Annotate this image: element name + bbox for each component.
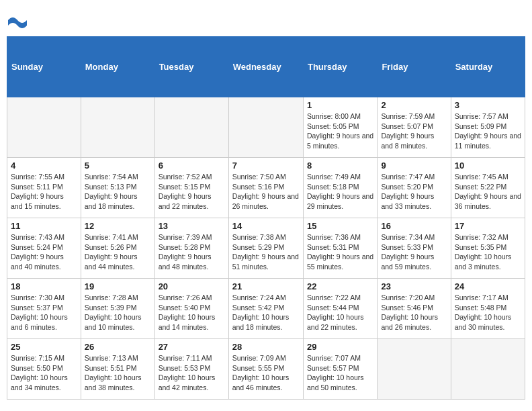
day-info: Sunrise: 7:13 AM Sunset: 5:51 PM Dayligh… [85,353,151,393]
day-info: Sunrise: 7:52 AM Sunset: 5:15 PM Dayligh… [159,172,225,212]
day-info: Sunrise: 7:17 AM Sunset: 5:48 PM Dayligh… [455,293,521,332]
day-number: 7 [232,161,300,171]
day-header-saturday: Saturday [451,37,525,97]
calendar-cell: 18Sunrise: 7:30 AM Sunset: 5:37 PM Dayli… [7,279,81,339]
day-number: 18 [11,281,77,291]
day-number: 15 [307,221,373,231]
calendar-table: SundayMondayTuesdayWednesdayThursdayFrid… [7,36,525,400]
day-info: Sunrise: 7:32 AM Sunset: 5:35 PM Dayligh… [455,232,521,272]
calendar-cell: 3Sunrise: 7:57 AM Sunset: 5:09 PM Daylig… [451,97,525,158]
calendar-cell: 16Sunrise: 7:34 AM Sunset: 5:33 PM Dayli… [378,218,451,279]
day-number: 5 [85,161,151,171]
day-info: Sunrise: 7:20 AM Sunset: 5:46 PM Dayligh… [381,293,447,332]
calendar-cell: 22Sunrise: 7:22 AM Sunset: 5:44 PM Dayli… [303,279,377,339]
calendar-cell [154,97,228,158]
calendar-cell: 20Sunrise: 7:26 AM Sunset: 5:40 PM Dayli… [154,279,228,339]
day-info: Sunrise: 7:59 AM Sunset: 5:07 PM Dayligh… [381,111,447,151]
calendar-cell: 12Sunrise: 7:41 AM Sunset: 5:26 PM Dayli… [81,218,154,279]
day-number: 11 [11,221,77,231]
day-number: 26 [85,342,151,352]
day-number: 3 [455,100,521,110]
calendar-cell: 6Sunrise: 7:52 AM Sunset: 5:15 PM Daylig… [154,158,228,218]
calendar-cell: 26Sunrise: 7:13 AM Sunset: 5:51 PM Dayli… [81,339,154,400]
day-number: 12 [85,221,151,231]
calendar-cell: 28Sunrise: 7:09 AM Sunset: 5:55 PM Dayli… [228,339,303,400]
calendar-cell: 17Sunrise: 7:32 AM Sunset: 5:35 PM Dayli… [451,218,525,279]
day-info: Sunrise: 8:00 AM Sunset: 5:05 PM Dayligh… [307,111,373,151]
day-number: 10 [455,161,521,171]
day-number: 29 [307,342,373,352]
day-number: 20 [159,281,225,291]
day-info: Sunrise: 7:30 AM Sunset: 5:37 PM Dayligh… [11,293,77,332]
day-info: Sunrise: 7:49 AM Sunset: 5:18 PM Dayligh… [307,172,373,212]
day-info: Sunrise: 7:09 AM Sunset: 5:55 PM Dayligh… [232,353,300,393]
calendar-cell [451,339,525,400]
day-number: 28 [232,342,300,352]
page-header [7,7,525,32]
logo-icon [8,11,27,30]
day-info: Sunrise: 7:11 AM Sunset: 5:53 PM Dayligh… [159,353,225,393]
calendar-cell: 25Sunrise: 7:15 AM Sunset: 5:50 PM Dayli… [7,339,81,400]
day-info: Sunrise: 7:34 AM Sunset: 5:33 PM Dayligh… [381,232,447,272]
day-number: 1 [307,100,373,110]
day-number: 2 [381,100,447,110]
calendar-cell: 11Sunrise: 7:43 AM Sunset: 5:24 PM Dayli… [7,218,81,279]
day-number: 19 [85,281,151,291]
calendar-cell: 27Sunrise: 7:11 AM Sunset: 5:53 PM Dayli… [154,339,228,400]
calendar-week-row: 18Sunrise: 7:30 AM Sunset: 5:37 PM Dayli… [7,279,525,339]
calendar-cell: 15Sunrise: 7:36 AM Sunset: 5:31 PM Dayli… [303,218,377,279]
day-info: Sunrise: 7:26 AM Sunset: 5:40 PM Dayligh… [159,293,225,332]
day-number: 14 [232,221,300,231]
calendar-cell: 9Sunrise: 7:47 AM Sunset: 5:20 PM Daylig… [378,158,451,218]
day-info: Sunrise: 7:15 AM Sunset: 5:50 PM Dayligh… [11,353,77,393]
calendar-cell: 5Sunrise: 7:54 AM Sunset: 5:13 PM Daylig… [81,158,154,218]
logo [7,11,27,32]
day-info: Sunrise: 7:38 AM Sunset: 5:29 PM Dayligh… [232,232,300,272]
day-info: Sunrise: 7:43 AM Sunset: 5:24 PM Dayligh… [11,232,77,272]
day-info: Sunrise: 7:45 AM Sunset: 5:22 PM Dayligh… [455,172,521,212]
day-info: Sunrise: 7:36 AM Sunset: 5:31 PM Dayligh… [307,232,373,272]
day-header-wednesday: Wednesday [228,37,303,97]
calendar-cell: 23Sunrise: 7:20 AM Sunset: 5:46 PM Dayli… [378,279,451,339]
calendar-cell: 2Sunrise: 7:59 AM Sunset: 5:07 PM Daylig… [378,97,451,158]
day-number: 9 [381,161,447,171]
calendar-cell: 14Sunrise: 7:38 AM Sunset: 5:29 PM Dayli… [228,218,303,279]
day-number: 24 [455,281,521,291]
calendar-cell [228,97,303,158]
day-header-thursday: Thursday [303,37,377,97]
day-number: 8 [307,161,373,171]
calendar-week-row: 25Sunrise: 7:15 AM Sunset: 5:50 PM Dayli… [7,339,525,400]
calendar-cell: 7Sunrise: 7:50 AM Sunset: 5:16 PM Daylig… [228,158,303,218]
calendar-cell: 4Sunrise: 7:55 AM Sunset: 5:11 PM Daylig… [7,158,81,218]
day-info: Sunrise: 7:24 AM Sunset: 5:42 PM Dayligh… [232,293,300,332]
calendar-week-row: 1Sunrise: 8:00 AM Sunset: 5:05 PM Daylig… [7,97,525,158]
calendar-week-row: 11Sunrise: 7:43 AM Sunset: 5:24 PM Dayli… [7,218,525,279]
day-number: 6 [159,161,225,171]
day-number: 22 [307,281,373,291]
calendar-cell [81,97,154,158]
calendar-cell: 19Sunrise: 7:28 AM Sunset: 5:39 PM Dayli… [81,279,154,339]
calendar-cell [378,339,451,400]
day-number: 17 [455,221,521,231]
day-info: Sunrise: 7:39 AM Sunset: 5:28 PM Dayligh… [159,232,225,272]
calendar-cell: 1Sunrise: 8:00 AM Sunset: 5:05 PM Daylig… [303,97,377,158]
day-info: Sunrise: 7:54 AM Sunset: 5:13 PM Dayligh… [85,172,151,212]
calendar-cell [7,97,81,158]
day-info: Sunrise: 7:57 AM Sunset: 5:09 PM Dayligh… [455,111,521,151]
day-number: 27 [159,342,225,352]
day-header-friday: Friday [378,37,451,97]
calendar-cell: 8Sunrise: 7:49 AM Sunset: 5:18 PM Daylig… [303,158,377,218]
calendar-cell: 13Sunrise: 7:39 AM Sunset: 5:28 PM Dayli… [154,218,228,279]
day-info: Sunrise: 7:55 AM Sunset: 5:11 PM Dayligh… [11,172,77,212]
day-info: Sunrise: 7:07 AM Sunset: 5:57 PM Dayligh… [307,353,373,393]
calendar-header-row: SundayMondayTuesdayWednesdayThursdayFrid… [7,37,525,97]
day-info: Sunrise: 7:28 AM Sunset: 5:39 PM Dayligh… [85,293,151,332]
day-number: 13 [159,221,225,231]
day-info: Sunrise: 7:22 AM Sunset: 5:44 PM Dayligh… [307,293,373,332]
calendar-cell: 29Sunrise: 7:07 AM Sunset: 5:57 PM Dayli… [303,339,377,400]
day-number: 16 [381,221,447,231]
day-header-monday: Monday [81,37,154,97]
calendar-cell: 10Sunrise: 7:45 AM Sunset: 5:22 PM Dayli… [451,158,525,218]
day-header-sunday: Sunday [7,37,81,97]
calendar-cell: 24Sunrise: 7:17 AM Sunset: 5:48 PM Dayli… [451,279,525,339]
